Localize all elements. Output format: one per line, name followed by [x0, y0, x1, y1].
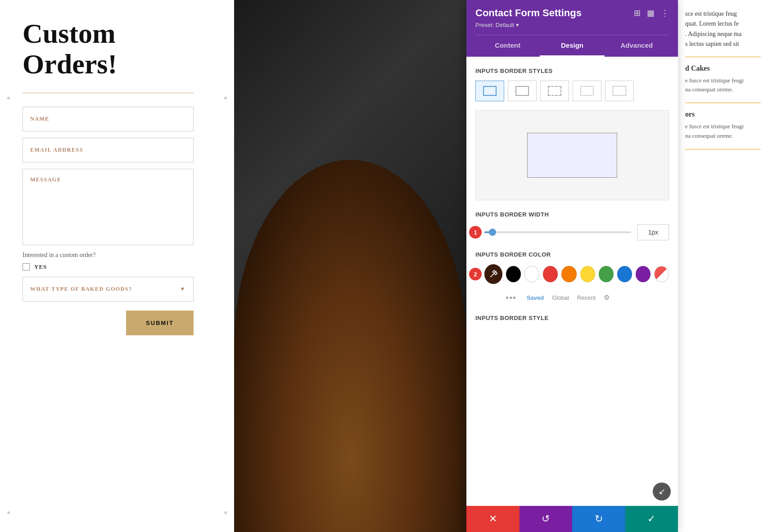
color-swatch-purple[interactable]: [636, 266, 651, 282]
border-style-dashed[interactable]: [540, 81, 569, 101]
page-background: [234, 0, 466, 532]
dropdown-arrow-icon: ▼: [180, 286, 186, 293]
step-2-badge: 2: [469, 268, 482, 280]
right-divider-1: [685, 57, 761, 57]
right-divider-2: [685, 103, 761, 103]
message-field[interactable]: MESSAGE: [23, 169, 194, 245]
border-style-medium[interactable]: [508, 81, 537, 101]
border-preview-box: [527, 133, 617, 178]
border-style-bottom-label: Inputs Border Style: [475, 315, 669, 321]
border-color-label: Inputs Border Color: [475, 251, 669, 258]
dot-decor-3: [7, 511, 10, 514]
interested-text: Interested in a custom order?: [23, 252, 212, 259]
cancel-button[interactable]: ✕: [466, 506, 520, 532]
preset-arrow-icon: ▾: [516, 22, 519, 28]
border-preview-area: [475, 110, 669, 200]
dotted-border-icon: [580, 86, 594, 96]
border-styles-label: Inputs Border Styles: [475, 68, 669, 74]
undo-button[interactable]: ↺: [520, 506, 573, 532]
dot-decor-1: [7, 97, 10, 99]
name-field[interactable]: NAME: [23, 107, 194, 131]
color-swatch-red[interactable]: [543, 266, 558, 282]
email-field[interactable]: EMAIL ADDRESS: [23, 138, 194, 162]
panel-icon-group: ⊞ ▦ ⋮: [634, 8, 669, 18]
scroll-down-icon: ↙: [659, 487, 665, 496]
color-swatch-white[interactable]: [524, 266, 539, 282]
title-divider: [23, 93, 194, 93]
right-section-1-title: d Cakes: [685, 64, 761, 72]
thin-border-icon: [613, 86, 626, 96]
left-panel: Custom Orders! NAME EMAIL ADDRESS MESSAG…: [0, 0, 234, 532]
color-swatch-black[interactable]: [506, 266, 521, 282]
yes-checkbox-row: YES: [23, 263, 212, 271]
dot-decor-4: [224, 511, 227, 514]
yes-label: YES: [34, 263, 47, 271]
more-colors-button[interactable]: [502, 289, 519, 306]
right-text-1: sce est tristique feug quat. Lorem lectu…: [685, 9, 761, 50]
saved-tab[interactable]: Saved: [527, 294, 544, 301]
responsive-icon[interactable]: ⊞: [634, 8, 641, 18]
medium-border-icon: [515, 86, 529, 96]
page-title: Custom Orders!: [23, 18, 212, 79]
border-style-solid[interactable]: [475, 81, 504, 101]
background-image: [234, 0, 466, 532]
dashed-border-icon: [548, 86, 561, 96]
right-section-2-text: e fusce est tristique feugi na consequat…: [685, 122, 761, 141]
color-swatch-orange[interactable]: [561, 266, 576, 282]
panel-title: Contact Form Settings: [475, 7, 582, 19]
preset-row: Preset: Default ▾: [475, 22, 669, 28]
panel-title-row: Contact Form Settings ⊞ ▦ ⋮: [475, 7, 669, 19]
panel-body: Inputs Border Styles Inputs Border Width: [466, 57, 678, 506]
solid-border-icon: [483, 86, 497, 96]
dot-decor-2: [224, 97, 227, 99]
border-style-options: [475, 81, 669, 101]
color-swatch-clear[interactable]: [654, 266, 669, 282]
color-swatch-blue[interactable]: [617, 266, 632, 282]
scroll-indicator[interactable]: ↙: [653, 482, 671, 500]
color-saved-row: Saved Global Recent ⚙: [475, 289, 669, 306]
settings-panel: Contact Form Settings ⊞ ▦ ⋮ Preset: Defa…: [466, 0, 678, 532]
color-swatch-yellow[interactable]: [580, 266, 595, 282]
global-tab[interactable]: Global: [552, 294, 569, 301]
tab-content[interactable]: Content: [475, 35, 540, 57]
color-swatch-green[interactable]: [599, 266, 614, 282]
right-divider-3: [685, 149, 761, 149]
baked-goods-dropdown[interactable]: WHAT TYPE OF BAKED GOODS? ▼: [23, 277, 194, 302]
border-width-label: Inputs Border Width: [475, 211, 669, 218]
recent-tab[interactable]: Recent: [577, 294, 596, 301]
eyedropper-button[interactable]: [484, 264, 502, 284]
panel-header: Contact Form Settings ⊞ ▦ ⋮ Preset: Defa…: [466, 0, 678, 57]
color-settings-icon[interactable]: ⚙: [604, 293, 610, 302]
border-style-thin[interactable]: [605, 81, 634, 101]
submit-button[interactable]: SUBMIT: [126, 311, 194, 335]
panel-tabs: Content Design Advanced: [475, 35, 669, 57]
layout-icon[interactable]: ▦: [647, 8, 655, 18]
border-style-dotted[interactable]: [573, 81, 601, 101]
action-bar: ✕ ↺ ↻ ✓: [466, 506, 678, 532]
confirm-button[interactable]: ✓: [625, 506, 678, 532]
step-1-badge: 1: [469, 226, 482, 239]
more-icon[interactable]: ⋮: [661, 8, 669, 18]
tab-advanced[interactable]: Advanced: [605, 35, 669, 57]
right-section-1-text: e fusce est tristique feugi na consequat…: [685, 76, 761, 95]
slider-thumb[interactable]: [489, 229, 496, 236]
right-panel: sce est tristique feug quat. Lorem lectu…: [678, 0, 768, 532]
bread-texture: [234, 160, 466, 532]
yes-checkbox[interactable]: [23, 263, 30, 271]
color-picker-row: 2: [475, 264, 669, 284]
border-width-slider-row: 1 1px: [475, 224, 669, 240]
right-section-2-title: ors: [685, 110, 761, 118]
border-width-slider[interactable]: [484, 231, 631, 233]
redo-button[interactable]: ↻: [572, 506, 625, 532]
border-width-value[interactable]: 1px: [637, 224, 669, 240]
tab-design[interactable]: Design: [540, 35, 604, 57]
